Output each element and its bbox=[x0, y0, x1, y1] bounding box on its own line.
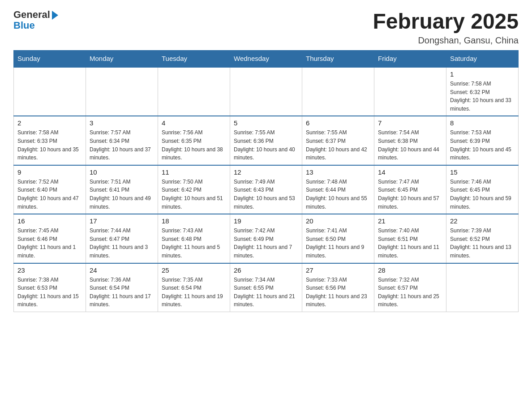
calendar-cell: 17Sunrise: 7:44 AM Sunset: 6:47 PM Dayli… bbox=[86, 214, 158, 263]
day-info: Sunrise: 7:44 AM Sunset: 6:47 PM Dayligh… bbox=[90, 227, 154, 260]
calendar-cell: 11Sunrise: 7:50 AM Sunset: 6:42 PM Dayli… bbox=[158, 165, 230, 214]
day-number: 26 bbox=[234, 266, 298, 274]
day-number: 20 bbox=[306, 217, 370, 225]
weekday-header-sunday: Sunday bbox=[14, 50, 86, 67]
day-info: Sunrise: 7:49 AM Sunset: 6:43 PM Dayligh… bbox=[234, 178, 298, 211]
calendar-cell: 4Sunrise: 7:56 AM Sunset: 6:35 PM Daylig… bbox=[158, 116, 230, 165]
day-info: Sunrise: 7:53 AM Sunset: 6:39 PM Dayligh… bbox=[450, 128, 515, 162]
weekday-header-friday: Friday bbox=[374, 50, 446, 67]
day-number: 11 bbox=[162, 168, 226, 176]
calendar-week-row: 9Sunrise: 7:52 AM Sunset: 6:40 PM Daylig… bbox=[14, 165, 519, 214]
day-info: Sunrise: 7:42 AM Sunset: 6:49 PM Dayligh… bbox=[234, 227, 298, 260]
calendar-cell: 10Sunrise: 7:51 AM Sunset: 6:41 PM Dayli… bbox=[86, 165, 158, 214]
calendar-cell: 22Sunrise: 7:39 AM Sunset: 6:52 PM Dayli… bbox=[446, 214, 519, 263]
calendar-cell: 7Sunrise: 7:54 AM Sunset: 6:38 PM Daylig… bbox=[374, 116, 446, 165]
logo-blue-text: Blue bbox=[13, 20, 35, 31]
calendar-cell: 23Sunrise: 7:38 AM Sunset: 6:53 PM Dayli… bbox=[14, 263, 86, 312]
calendar-week-row: 1Sunrise: 7:58 AM Sunset: 6:32 PM Daylig… bbox=[14, 67, 519, 116]
calendar-cell: 14Sunrise: 7:47 AM Sunset: 6:45 PM Dayli… bbox=[374, 165, 446, 214]
day-number: 8 bbox=[450, 119, 515, 127]
calendar-cell: 25Sunrise: 7:35 AM Sunset: 6:54 PM Dayli… bbox=[158, 263, 230, 312]
day-number: 9 bbox=[17, 168, 82, 176]
calendar-cell: 2Sunrise: 7:58 AM Sunset: 6:33 PM Daylig… bbox=[14, 116, 86, 165]
day-info: Sunrise: 7:34 AM Sunset: 6:55 PM Dayligh… bbox=[234, 276, 298, 309]
day-number: 13 bbox=[306, 168, 370, 176]
day-number: 17 bbox=[90, 217, 154, 225]
calendar-cell: 24Sunrise: 7:36 AM Sunset: 6:54 PM Dayli… bbox=[86, 263, 158, 312]
day-info: Sunrise: 7:43 AM Sunset: 6:48 PM Dayligh… bbox=[162, 227, 226, 260]
day-number: 3 bbox=[90, 119, 154, 127]
calendar-cell bbox=[446, 263, 519, 312]
calendar-cell bbox=[302, 67, 374, 116]
day-number: 18 bbox=[162, 217, 226, 225]
day-info: Sunrise: 7:58 AM Sunset: 6:32 PM Dayligh… bbox=[450, 80, 515, 113]
calendar-cell: 15Sunrise: 7:46 AM Sunset: 6:45 PM Dayli… bbox=[446, 165, 519, 214]
calendar-week-row: 16Sunrise: 7:45 AM Sunset: 6:46 PM Dayli… bbox=[14, 214, 519, 263]
location-title: Dongshan, Gansu, China bbox=[373, 35, 519, 46]
day-info: Sunrise: 7:40 AM Sunset: 6:51 PM Dayligh… bbox=[378, 227, 442, 260]
day-number: 23 bbox=[17, 266, 82, 274]
day-info: Sunrise: 7:50 AM Sunset: 6:42 PM Dayligh… bbox=[162, 178, 226, 211]
weekday-header-row: SundayMondayTuesdayWednesdayThursdayFrid… bbox=[14, 50, 519, 67]
day-number: 5 bbox=[234, 119, 298, 127]
day-info: Sunrise: 7:41 AM Sunset: 6:50 PM Dayligh… bbox=[306, 227, 370, 260]
day-number: 15 bbox=[450, 168, 515, 176]
day-info: Sunrise: 7:36 AM Sunset: 6:54 PM Dayligh… bbox=[90, 276, 154, 309]
day-info: Sunrise: 7:51 AM Sunset: 6:41 PM Dayligh… bbox=[90, 178, 154, 211]
page-header: General Blue February 2025 Dongshan, Gan… bbox=[13, 9, 519, 46]
calendar-cell: 21Sunrise: 7:40 AM Sunset: 6:51 PM Dayli… bbox=[374, 214, 446, 263]
calendar-cell: 5Sunrise: 7:55 AM Sunset: 6:36 PM Daylig… bbox=[230, 116, 302, 165]
day-info: Sunrise: 7:48 AM Sunset: 6:44 PM Dayligh… bbox=[306, 178, 370, 211]
day-info: Sunrise: 7:54 AM Sunset: 6:38 PM Dayligh… bbox=[378, 128, 442, 162]
day-info: Sunrise: 7:57 AM Sunset: 6:34 PM Dayligh… bbox=[90, 128, 154, 162]
day-info: Sunrise: 7:56 AM Sunset: 6:35 PM Dayligh… bbox=[162, 128, 226, 162]
calendar-cell: 18Sunrise: 7:43 AM Sunset: 6:48 PM Dayli… bbox=[158, 214, 230, 263]
calendar-cell: 13Sunrise: 7:48 AM Sunset: 6:44 PM Dayli… bbox=[302, 165, 374, 214]
calendar-cell: 9Sunrise: 7:52 AM Sunset: 6:40 PM Daylig… bbox=[14, 165, 86, 214]
title-section: February 2025 Dongshan, Gansu, China bbox=[373, 9, 519, 46]
day-number: 14 bbox=[378, 168, 442, 176]
day-number: 2 bbox=[17, 119, 82, 127]
weekday-header-monday: Monday bbox=[86, 50, 158, 67]
day-number: 16 bbox=[17, 217, 82, 225]
weekday-header-wednesday: Wednesday bbox=[230, 50, 302, 67]
day-number: 4 bbox=[162, 119, 226, 127]
day-number: 7 bbox=[378, 119, 442, 127]
day-number: 27 bbox=[306, 266, 370, 274]
calendar-cell: 27Sunrise: 7:33 AM Sunset: 6:56 PM Dayli… bbox=[302, 263, 374, 312]
logo: General Blue bbox=[13, 9, 58, 31]
calendar-cell bbox=[158, 67, 230, 116]
day-number: 1 bbox=[450, 70, 515, 78]
calendar-cell bbox=[230, 67, 302, 116]
calendar-cell: 20Sunrise: 7:41 AM Sunset: 6:50 PM Dayli… bbox=[302, 214, 374, 263]
calendar-cell: 12Sunrise: 7:49 AM Sunset: 6:43 PM Dayli… bbox=[230, 165, 302, 214]
day-info: Sunrise: 7:39 AM Sunset: 6:52 PM Dayligh… bbox=[450, 227, 515, 260]
calendar-cell: 1Sunrise: 7:58 AM Sunset: 6:32 PM Daylig… bbox=[446, 67, 519, 116]
day-number: 6 bbox=[306, 119, 370, 127]
day-info: Sunrise: 7:55 AM Sunset: 6:36 PM Dayligh… bbox=[234, 128, 298, 162]
logo-general-text: General bbox=[13, 9, 50, 21]
calendar-cell bbox=[86, 67, 158, 116]
weekday-header-saturday: Saturday bbox=[446, 50, 519, 67]
day-info: Sunrise: 7:33 AM Sunset: 6:56 PM Dayligh… bbox=[306, 276, 370, 309]
calendar-cell: 19Sunrise: 7:42 AM Sunset: 6:49 PM Dayli… bbox=[230, 214, 302, 263]
calendar-week-row: 23Sunrise: 7:38 AM Sunset: 6:53 PM Dayli… bbox=[14, 263, 519, 312]
day-number: 12 bbox=[234, 168, 298, 176]
day-number: 21 bbox=[378, 217, 442, 225]
day-info: Sunrise: 7:52 AM Sunset: 6:40 PM Dayligh… bbox=[17, 178, 82, 211]
calendar-cell: 16Sunrise: 7:45 AM Sunset: 6:46 PM Dayli… bbox=[14, 214, 86, 263]
month-title: February 2025 bbox=[373, 9, 519, 34]
calendar-cell bbox=[374, 67, 446, 116]
weekday-header-tuesday: Tuesday bbox=[158, 50, 230, 67]
calendar-week-row: 2Sunrise: 7:58 AM Sunset: 6:33 PM Daylig… bbox=[14, 116, 519, 165]
calendar-table: SundayMondayTuesdayWednesdayThursdayFrid… bbox=[13, 50, 519, 312]
calendar-cell: 8Sunrise: 7:53 AM Sunset: 6:39 PM Daylig… bbox=[446, 116, 519, 165]
calendar-cell: 3Sunrise: 7:57 AM Sunset: 6:34 PM Daylig… bbox=[86, 116, 158, 165]
day-info: Sunrise: 7:47 AM Sunset: 6:45 PM Dayligh… bbox=[378, 178, 442, 211]
logo-arrow-icon bbox=[52, 11, 58, 20]
calendar-cell: 26Sunrise: 7:34 AM Sunset: 6:55 PM Dayli… bbox=[230, 263, 302, 312]
day-info: Sunrise: 7:46 AM Sunset: 6:45 PM Dayligh… bbox=[450, 178, 515, 211]
day-number: 25 bbox=[162, 266, 226, 274]
weekday-header-thursday: Thursday bbox=[302, 50, 374, 67]
day-number: 19 bbox=[234, 217, 298, 225]
